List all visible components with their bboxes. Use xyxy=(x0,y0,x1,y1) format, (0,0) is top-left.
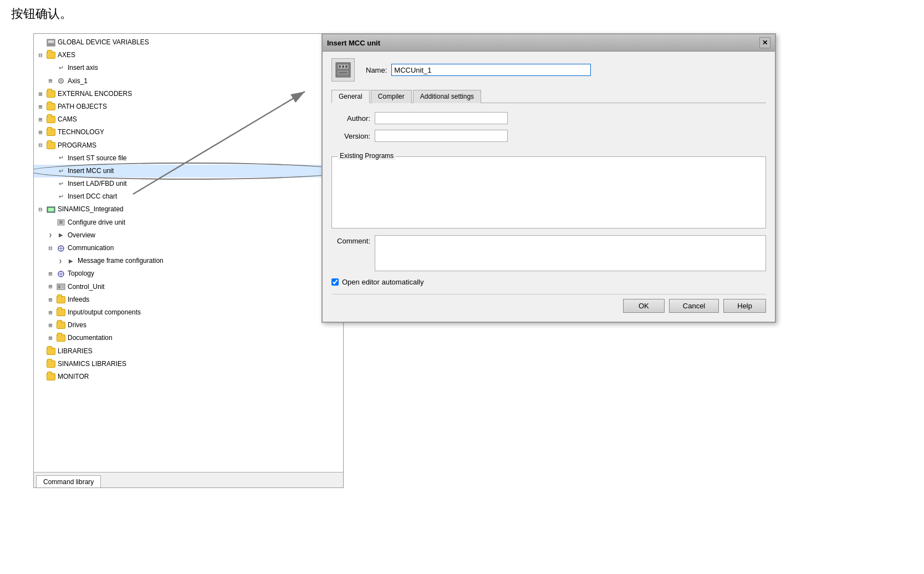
tree-expander-global-device-variables[interactable] xyxy=(36,38,45,47)
tree-item-control-unit[interactable]: ⊞Control_Unit xyxy=(34,281,343,293)
tree-item-drives[interactable]: ⊞Drives xyxy=(34,319,343,332)
tree-label-path-objects: PATH OBJECTS xyxy=(58,101,107,112)
folder-icon xyxy=(57,296,65,303)
tree-item-communication[interactable]: ⊟Communication xyxy=(34,242,343,255)
tree-item-input-output[interactable]: ⊞Input/output components xyxy=(34,306,343,319)
tree-item-infeeds[interactable]: ⊞Infeeds xyxy=(34,293,343,306)
tree-expander-input-output[interactable]: ⊞ xyxy=(46,308,55,317)
tree-label-cams: CAMS xyxy=(58,114,77,125)
tree-expander-communication[interactable]: ⊟ xyxy=(46,244,55,253)
folder-icon xyxy=(47,142,55,149)
tree-expander-path-objects[interactable]: ⊞ xyxy=(36,103,45,111)
tree-item-sinamics-integrated[interactable]: ⊟SINAMICS_Integrated xyxy=(34,203,343,216)
tree-icon-communication xyxy=(56,244,66,253)
tab-compiler-label: Compiler xyxy=(378,93,405,100)
tree-item-programs[interactable]: ⊟PROGRAMS xyxy=(34,139,343,152)
tree-expander-message-frame[interactable]: ❯ xyxy=(56,257,65,266)
tree-label-global-device-variables: GLOBAL DEVICE VARIABLES xyxy=(58,37,149,48)
version-input[interactable] xyxy=(375,130,508,142)
open-editor-checkbox[interactable] xyxy=(331,278,339,286)
tree-icon-cams xyxy=(46,115,56,124)
tree-expander-monitor[interactable] xyxy=(36,372,45,381)
tab-general[interactable]: General xyxy=(331,90,370,103)
folder-icon xyxy=(57,334,65,342)
tree-expander-technology[interactable]: ⊞ xyxy=(36,128,45,137)
tree-expander-axis1[interactable]: ⊞ xyxy=(46,77,55,85)
tree-expander-programs[interactable]: ⊟ xyxy=(36,141,45,150)
tree-container: GLOBAL DEVICE VARIABLES⊟AXES↵Insert axis… xyxy=(34,36,343,383)
comment-textarea[interactable] xyxy=(375,235,766,271)
tab-additional-settings[interactable]: Additional settings xyxy=(413,90,481,103)
tree-expander-overview[interactable]: ❯ xyxy=(46,231,55,240)
tree-icon-insert-lad: ↵ xyxy=(56,180,66,189)
tree-item-axes[interactable]: ⊟AXES xyxy=(34,49,343,62)
folder-icon xyxy=(47,129,55,136)
tree-item-overview[interactable]: ❯▶Overview xyxy=(34,229,343,242)
tree-item-libraries[interactable]: LIBRARIES xyxy=(34,345,343,358)
tree-item-sinamics-libraries[interactable]: SINAMICS LIBRARIES xyxy=(34,358,343,370)
close-icon: ✕ xyxy=(762,39,768,47)
tab-command-library[interactable]: Command library xyxy=(36,475,101,487)
tree-item-axis1[interactable]: ⊞Axis_1 xyxy=(34,75,343,88)
tree-expander-libraries[interactable] xyxy=(36,347,45,355)
tree-item-technology[interactable]: ⊞TECHNOLOGY xyxy=(34,126,343,139)
tree-item-global-device-variables[interactable]: GLOBAL DEVICE VARIABLES xyxy=(34,36,343,49)
tree-item-insert-dcc[interactable]: ↵Insert DCC chart xyxy=(34,190,343,203)
tab-additional-settings-label: Additional settings xyxy=(420,93,474,100)
tree-expander-documentation[interactable]: ⊞ xyxy=(46,334,55,343)
version-field-row: Version: xyxy=(331,130,766,142)
insert-icon: ↵ xyxy=(59,192,64,202)
tree-label-drives: Drives xyxy=(68,320,86,331)
tree-item-external-encoders[interactable]: ⊞EXTERNAL ENCODERS xyxy=(34,88,343,100)
spacer xyxy=(331,148,766,156)
tree-item-insert-mcc[interactable]: ↵Insert MCC unit xyxy=(34,165,343,177)
svg-rect-23 xyxy=(339,65,341,68)
tree-expander-sinamics-libraries[interactable] xyxy=(36,359,45,368)
tree-item-message-frame[interactable]: ❯▶Message frame configuration xyxy=(34,255,343,267)
name-input[interactable] xyxy=(391,64,591,76)
tree-label-input-output: Input/output components xyxy=(68,307,141,318)
author-input[interactable] xyxy=(375,112,508,124)
ok-button[interactable]: OK xyxy=(623,299,665,313)
tree-label-libraries: LIBRARIES xyxy=(58,346,93,357)
tree-icon-sinamics-integrated xyxy=(46,205,56,214)
tree-item-insert-axis[interactable]: ↵Insert axis xyxy=(34,62,343,74)
tree-item-configure-drive[interactable]: Configure drive unit xyxy=(34,216,343,229)
tree-icon-infeeds xyxy=(56,295,66,304)
open-editor-checkbox-row: Open editor automatically xyxy=(331,278,766,286)
name-row: Name: xyxy=(366,64,766,76)
tree-icon-configure-drive xyxy=(56,218,66,227)
tree-icon-documentation xyxy=(56,334,66,343)
cancel-button[interactable]: Cancel xyxy=(669,299,719,313)
tree-icon-control-unit xyxy=(56,282,66,291)
tree-expander-drives[interactable]: ⊞ xyxy=(46,321,55,330)
tree-expander-topology[interactable]: ⊞ xyxy=(46,270,55,278)
help-button[interactable]: Help xyxy=(723,299,766,313)
tree-expander-infeeds[interactable]: ⊞ xyxy=(46,295,55,304)
tree-item-path-objects[interactable]: ⊞PATH OBJECTS xyxy=(34,100,343,113)
existing-programs-list[interactable] xyxy=(336,161,761,217)
svg-rect-26 xyxy=(339,72,348,74)
tree-expander-external-encoders[interactable]: ⊞ xyxy=(36,89,45,98)
svg-rect-24 xyxy=(342,65,344,68)
tree-item-insert-lad[interactable]: ↵Insert LAD/FBD unit xyxy=(34,177,343,190)
tree-item-documentation[interactable]: ⊞Documentation xyxy=(34,332,343,344)
tree-item-insert-st[interactable]: ↵Insert ST source file xyxy=(34,152,343,165)
folder-icon xyxy=(47,90,55,98)
tree-expander-axes[interactable]: ⊟ xyxy=(36,51,45,60)
tree-expander-sinamics-integrated[interactable]: ⊟ xyxy=(36,205,45,214)
tree-label-configure-drive: Configure drive unit xyxy=(68,217,125,228)
tree-expander-cams[interactable]: ⊞ xyxy=(36,115,45,124)
tree-label-sinamics-libraries: SINAMICS LIBRARIES xyxy=(58,359,126,369)
tree-expander-control-unit[interactable]: ⊞ xyxy=(46,282,55,291)
dialog-close-button[interactable]: ✕ xyxy=(759,37,770,48)
folder-icon xyxy=(47,103,55,110)
chinese-instruction: 按钮确认。 xyxy=(0,0,924,31)
tree-item-cams[interactable]: ⊞CAMS xyxy=(34,113,343,126)
tree-icon-topology xyxy=(56,270,66,278)
tree-item-topology[interactable]: ⊞Topology xyxy=(34,267,343,280)
tab-compiler[interactable]: Compiler xyxy=(371,90,412,103)
author-label: Author: xyxy=(331,114,370,123)
tree-item-monitor[interactable]: MONITOR xyxy=(34,370,343,383)
tree-icon-external-encoders xyxy=(46,89,56,98)
